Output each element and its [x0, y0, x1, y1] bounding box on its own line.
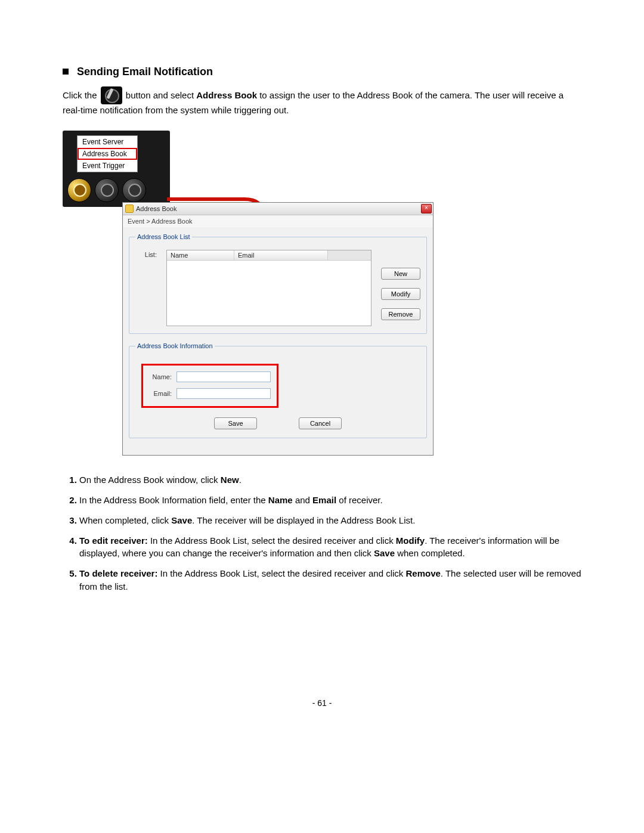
- menu-item-address-book[interactable]: Address Book: [78, 148, 137, 160]
- toolbar-camera-icon[interactable]: [95, 178, 119, 202]
- email-input[interactable]: [177, 388, 271, 399]
- modify-button[interactable]: Modify: [381, 288, 420, 300]
- bullet-icon: [63, 69, 69, 75]
- group-legend-info: Address Book Information: [135, 342, 215, 349]
- address-book-info-group: Address Book Information Name: Email: Sa…: [129, 342, 427, 438]
- group-legend-list: Address Book List: [135, 233, 192, 240]
- intro-paragraph: Click the button and select Address Book…: [63, 86, 581, 116]
- col-header-email[interactable]: Email: [234, 250, 328, 260]
- list-label: List:: [135, 250, 157, 258]
- col-header-name[interactable]: Name: [167, 250, 234, 260]
- email-label: Email:: [149, 390, 172, 397]
- context-menu-figure: Event Server Address Book Event Trigger: [63, 131, 170, 207]
- name-input[interactable]: [177, 371, 271, 382]
- address-book-dialog: Address Book × Event > Address Book Addr…: [122, 202, 434, 456]
- new-button[interactable]: New: [381, 268, 420, 280]
- col-header-spacer: [328, 250, 371, 260]
- pen-button-icon: [101, 86, 122, 104]
- dialog-titlebar: Address Book ×: [123, 203, 433, 215]
- step-1: On the Address Book window, click New.: [79, 473, 581, 487]
- close-button[interactable]: ×: [421, 204, 432, 213]
- dialog-app-icon: [125, 205, 134, 213]
- remove-button[interactable]: Remove: [381, 308, 420, 320]
- info-highlight-box: Name: Email:: [141, 364, 278, 408]
- step-2: In the Address Book Information field, e…: [79, 494, 581, 507]
- step-3: When completed, click Save. The receiver…: [79, 514, 581, 527]
- page-number: - 61 -: [0, 698, 644, 708]
- step-4: To edit receiver: In the Address Book Li…: [79, 534, 581, 561]
- grid-header: Name Email: [167, 250, 371, 261]
- toolbar-gear-icon[interactable]: [122, 178, 146, 202]
- dialog-title: Address Book: [136, 205, 177, 212]
- context-menu: Event Server Address Book Event Trigger: [77, 135, 138, 172]
- step-5: To delete receiver: In the Address Book …: [79, 567, 581, 593]
- menu-item-event-server[interactable]: Event Server: [78, 136, 137, 148]
- section-heading: Sending Email Notification: [63, 66, 581, 78]
- address-book-list-group: Address Book List List: Name Email New: [129, 233, 427, 334]
- save-button[interactable]: Save: [214, 417, 257, 429]
- toolbar-pen-icon[interactable]: [67, 178, 91, 202]
- cancel-button[interactable]: Cancel: [299, 417, 342, 429]
- menu-item-event-trigger[interactable]: Event Trigger: [78, 160, 137, 172]
- name-label: Name:: [149, 373, 172, 380]
- breadcrumb: Event > Address Book: [123, 215, 433, 227]
- steps-list: On the Address Book window, click New. I…: [63, 473, 581, 593]
- address-list-grid[interactable]: Name Email: [166, 250, 371, 326]
